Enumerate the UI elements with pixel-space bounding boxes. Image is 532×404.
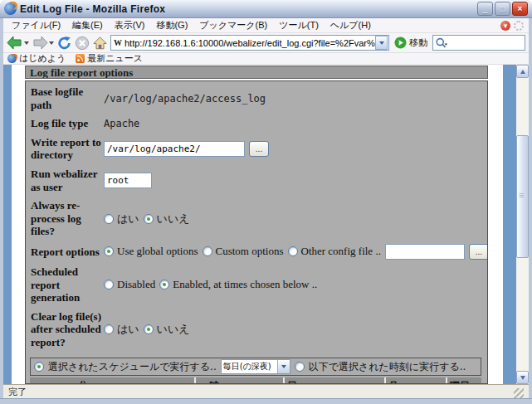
reload-icon: [56, 36, 72, 51]
radio-button[interactable]: [288, 246, 298, 256]
home-button[interactable]: [92, 36, 108, 51]
radio-button[interactable]: [203, 246, 212, 256]
window-bottom-border: [0, 398, 532, 404]
url-bar[interactable]: W: [110, 35, 389, 51]
maximize-button[interactable]: □: [495, 2, 510, 16]
radio-label: はい: [117, 212, 139, 226]
search-input[interactable]: [448, 37, 523, 49]
go-label: 移動: [409, 37, 427, 49]
browse-button[interactable]: ...: [249, 141, 269, 157]
complex-schedule-label: 以下で選択された時刻に実行する..: [309, 360, 466, 374]
radio-button[interactable]: [144, 324, 154, 334]
form-rows: Base logfile path/var/log/apache2/access…: [31, 85, 482, 349]
minimize-button[interactable]: _: [477, 2, 493, 16]
menu-bookmarks[interactable]: ブックマーク(B): [193, 18, 273, 32]
radio-button[interactable]: [159, 280, 169, 290]
cron-column-header: 曜日: [447, 377, 481, 384]
go-button[interactable]: 移動: [392, 37, 430, 49]
radio-label: Custom options: [216, 245, 284, 258]
select-dropdown-button[interactable]: [277, 360, 290, 373]
search-icon: [435, 37, 448, 49]
forward-button[interactable]: [32, 36, 54, 51]
menu-view[interactable]: 表示(V): [109, 18, 151, 32]
menu-go[interactable]: 移動(G): [150, 18, 193, 32]
simple-schedule-label: 選択されたスケジュールで実行する..: [48, 360, 217, 374]
radio-button[interactable]: [104, 214, 114, 224]
field-area: Use global optionsCustom optionsOther co…: [104, 244, 488, 260]
field-label: Base logfile path: [31, 85, 104, 111]
scroll-down-button[interactable]: [516, 371, 529, 384]
radio-option[interactable]: Disabled: [104, 278, 155, 291]
cron-column-header: 月: [386, 377, 446, 384]
vertical-scrollbar[interactable]: [516, 65, 529, 384]
form-row: Run webalizer as user: [31, 168, 482, 193]
menu-help[interactable]: ヘルプ(H): [325, 18, 377, 32]
firefox-app-icon: [4, 2, 17, 15]
radio-label: いいえ: [157, 212, 190, 226]
bookmarks-toolbar: はじめよう 最新ニュース: [3, 53, 529, 65]
form-row: Write report to directory...: [31, 136, 482, 162]
field-area: ...: [104, 141, 482, 157]
radio-option[interactable]: いいえ: [144, 322, 190, 337]
back-icon: [7, 36, 23, 51]
field-area: /var/log/apache2/access_log: [104, 93, 482, 105]
complex-schedule-radio[interactable]: [295, 362, 305, 372]
search-bar[interactable]: [432, 35, 525, 51]
radio-option[interactable]: Custom options: [203, 245, 284, 258]
menu-edit[interactable]: 編集(E): [66, 18, 109, 32]
update-notification-icon[interactable]: ▾: [500, 21, 510, 31]
radio-label: いいえ: [157, 322, 190, 337]
radio-option[interactable]: いいえ: [144, 212, 190, 226]
form-row: Clear log file(s) after scheduled report…: [31, 310, 482, 349]
text-input[interactable]: [104, 173, 152, 188]
radio-option[interactable]: はい: [104, 212, 139, 226]
browse-button[interactable]: ...: [469, 244, 488, 260]
home-icon: [92, 36, 108, 51]
schedule-select[interactable]: 毎日(の深夜): [221, 359, 290, 374]
radio-option[interactable]: Use global options: [104, 245, 198, 258]
schedule-bar: 選択されたスケジュールで実行する.. 毎日(の深夜) 以下で選択された時刻に実行…: [30, 358, 481, 376]
navigation-toolbar: W 移動: [3, 33, 529, 53]
url-input[interactable]: [124, 37, 375, 49]
radio-button[interactable]: [144, 214, 154, 224]
title-bar[interactable]: Edit Log File - Mozilla Firefox _ □ ×: [0, 0, 532, 18]
scroll-up-button[interactable]: [516, 65, 529, 78]
radio-option[interactable]: Enabled, at times chosen below ..: [159, 278, 317, 291]
text-input[interactable]: [104, 141, 245, 157]
field-label: Report options: [31, 246, 104, 259]
reload-button[interactable]: [56, 36, 72, 51]
menu-tools[interactable]: ツール(T): [273, 18, 325, 32]
radio-label: Enabled, at times chosen below ..: [173, 278, 317, 291]
radio-label: Disabled: [117, 278, 155, 291]
forward-dropdown-caret[interactable]: [49, 41, 54, 45]
page-content: Log file report options Base logfile pat…: [3, 65, 529, 384]
radio-label: Other config file ..: [301, 245, 381, 258]
status-bar: 完了: [3, 384, 529, 398]
url-history-dropdown[interactable]: [375, 36, 388, 50]
section-title: Log file report options: [25, 66, 488, 79]
bookmark-latest-news[interactable]: 最新ニュース: [76, 52, 149, 65]
radio-button[interactable]: [104, 246, 114, 256]
field-area: DisabledEnabled, at times chosen below .…: [104, 278, 482, 291]
radio-label: Use global options: [117, 245, 198, 258]
text-input[interactable]: [385, 244, 465, 260]
bookmark-getting-started[interactable]: はじめよう: [7, 52, 72, 65]
menu-file[interactable]: ファイル(F): [6, 18, 66, 32]
resize-grip[interactable]: [514, 388, 524, 398]
go-icon: [394, 37, 407, 49]
back-button[interactable]: [7, 36, 29, 51]
throbber-icon: [514, 21, 524, 31]
back-dropdown-caret[interactable]: [24, 41, 29, 45]
radio-button[interactable]: [104, 280, 114, 290]
radio-option[interactable]: はい: [104, 322, 139, 337]
close-button[interactable]: ×: [512, 2, 528, 16]
scrollbar-thumb[interactable]: [516, 135, 529, 258]
simple-schedule-radio[interactable]: [34, 362, 44, 372]
field-label: Clear log file(s) after scheduled report…: [31, 310, 104, 349]
stop-button: [75, 36, 90, 51]
cron-column-header: 日: [285, 377, 384, 384]
firefox-bookmark-icon: [7, 54, 17, 63]
bookmark-label: 最新ニュース: [87, 52, 143, 65]
radio-button[interactable]: [104, 324, 114, 334]
radio-option[interactable]: Other config file ..: [288, 245, 381, 258]
